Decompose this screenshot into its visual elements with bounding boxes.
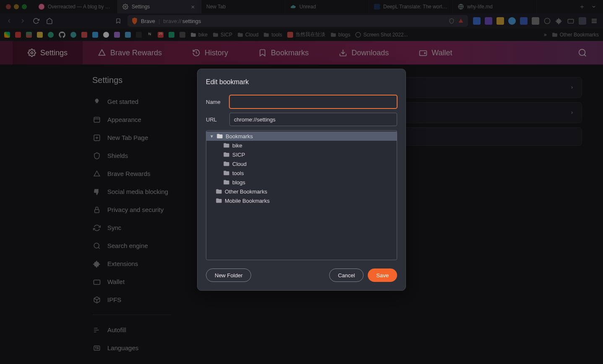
tree-label: SICP <box>232 152 245 158</box>
tree-folder[interactable]: SICP <box>206 150 397 159</box>
bookmark-url-input[interactable] <box>229 113 397 126</box>
tree-label: Cloud <box>232 161 247 167</box>
bookmark-name-input[interactable] <box>229 95 397 108</box>
tree-folder[interactable]: tools <box>206 168 397 178</box>
tree-folder-other[interactable]: Other Bookmarks <box>206 187 397 196</box>
chevron-down-icon[interactable]: ▼ <box>210 134 214 139</box>
tree-folder-bookmarks[interactable]: ▼ Bookmarks <box>206 132 397 141</box>
save-button[interactable]: Save <box>368 268 397 282</box>
new-folder-button[interactable]: New Folder <box>206 268 251 282</box>
tree-label: Other Bookmarks <box>225 188 267 195</box>
tree-folder[interactable]: bike <box>206 141 397 150</box>
tree-label: Mobile Bookmarks <box>225 198 270 204</box>
name-label: Name <box>206 99 223 105</box>
edit-bookmark-dialog: Edit bookmark Name URL ▼ Bookmarks bike … <box>197 69 406 291</box>
dialog-title: Edit bookmark <box>206 78 397 86</box>
folder-tree[interactable]: ▼ Bookmarks bike SICP Cloud tools blogs … <box>206 130 397 260</box>
tree-label: bike <box>232 142 242 149</box>
tree-label: blogs <box>232 179 245 186</box>
tree-label: tools <box>232 170 244 176</box>
tree-label: Bookmarks <box>226 133 253 139</box>
url-label: URL <box>206 116 223 123</box>
tree-folder[interactable]: blogs <box>206 178 397 187</box>
modal-overlay: Edit bookmark Name URL ▼ Bookmarks bike … <box>0 0 603 364</box>
tree-folder[interactable]: Cloud <box>206 159 397 168</box>
tree-folder-mobile[interactable]: Mobile Bookmarks <box>206 196 397 205</box>
cancel-button[interactable]: Cancel <box>329 268 364 282</box>
